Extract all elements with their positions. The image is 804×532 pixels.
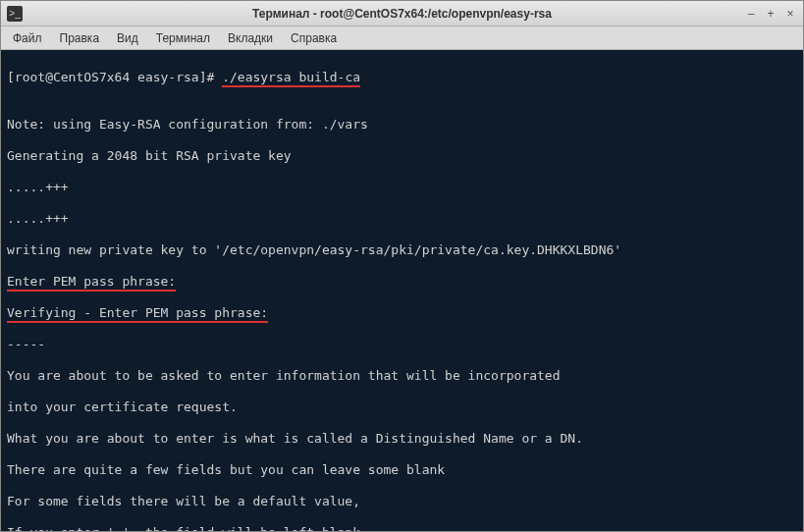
output-line: .....+++ <box>7 180 797 195</box>
output-line: writing new private key to '/etc/openvpn… <box>7 242 797 258</box>
output-line: .....+++ <box>7 211 797 227</box>
menu-view[interactable]: Вид <box>109 28 146 48</box>
menu-help[interactable]: Справка <box>283 28 345 48</box>
menubar: Файл Правка Вид Терминал Вкладки Справка <box>1 27 803 50</box>
shell-prompt: [root@CentOS7x64 easy-rsa]# <box>7 70 222 84</box>
maximize-button[interactable]: + <box>764 7 777 21</box>
output-line: There are quite a few fields but you can… <box>7 462 797 478</box>
window-title: Терминал - root@CentOS7x64:/etc/openvpn/… <box>7 7 797 21</box>
titlebar: >_ Терминал - root@CentOS7x64:/etc/openv… <box>1 1 803 27</box>
output-verify-pass: Verifying - Enter PEM pass phrase: <box>7 305 268 323</box>
window-controls: – + × <box>744 7 797 21</box>
output-line: Generating a 2048 bit RSA private key <box>7 148 797 164</box>
output-line: For some fields there will be a default … <box>7 494 797 509</box>
output-line: What you are about to enter is what is c… <box>7 431 797 447</box>
menu-edit[interactable]: Правка <box>52 28 108 48</box>
minimize-button[interactable]: – <box>744 7 758 21</box>
menu-file[interactable]: Файл <box>5 28 50 48</box>
menu-tabs[interactable]: Вкладки <box>220 28 281 48</box>
menu-terminal[interactable]: Терминал <box>148 28 218 48</box>
output-line: Note: using Easy-RSA configuration from:… <box>7 117 797 133</box>
output-line: ----- <box>7 337 797 352</box>
terminal-output[interactable]: [root@CentOS7x64 easy-rsa]# ./easyrsa bu… <box>1 50 803 531</box>
output-line: If you enter '.', the field will be left… <box>7 525 797 531</box>
output-line: You are about to be asked to enter infor… <box>7 368 797 384</box>
output-line: into your certificate request. <box>7 399 797 415</box>
terminal-window: >_ Терминал - root@CentOS7x64:/etc/openv… <box>0 0 804 532</box>
output-enter-pass: Enter PEM pass phrase: <box>7 274 176 292</box>
command-build-ca: ./easyrsa build-ca <box>222 70 360 87</box>
terminal-app-icon: >_ <box>7 6 23 22</box>
close-button[interactable]: × <box>783 7 797 21</box>
